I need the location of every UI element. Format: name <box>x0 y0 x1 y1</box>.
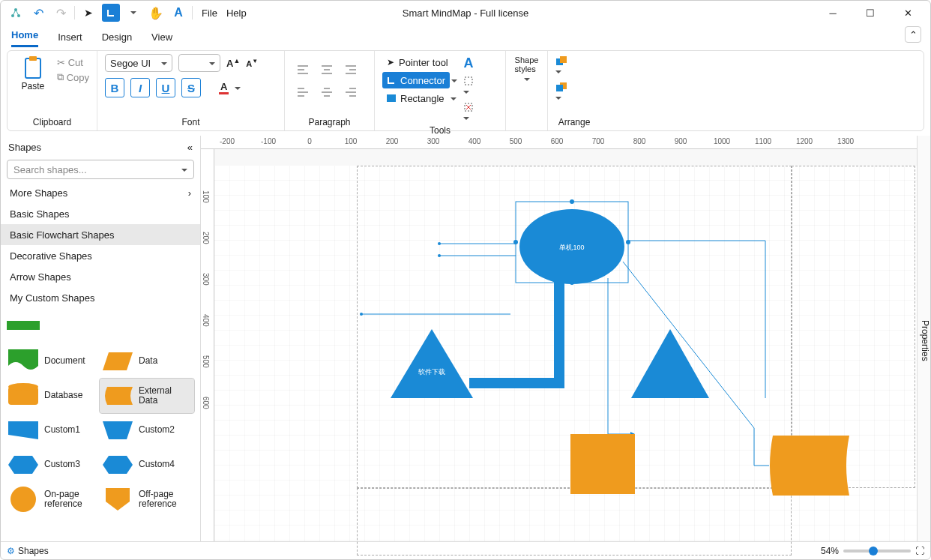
delete-tool-button[interactable] <box>463 102 474 124</box>
group-paragraph: Paragraph <box>285 51 375 130</box>
shape-item-external-data[interactable]: External Data <box>100 379 194 413</box>
close-button[interactable]: ✕ <box>891 1 924 25</box>
bring-front-button[interactable] <box>555 55 567 77</box>
node-triangle-left <box>391 329 473 398</box>
strikethrough-button[interactable]: S <box>181 78 201 97</box>
status-shapes-button[interactable]: Shapes <box>18 546 49 556</box>
pointer-qat-button[interactable]: ➤ <box>79 4 97 22</box>
group-font: Segoe UI A▲ A▼ B I U S A Font <box>97 51 285 130</box>
ruler-tick: 800 <box>633 137 646 145</box>
shape-item-custom1[interactable]: Custom1 <box>5 413 100 448</box>
gear-icon[interactable]: ⚙ <box>7 546 15 556</box>
connector-tool-dropdown[interactable] <box>451 75 457 86</box>
connector-thick <box>469 278 559 383</box>
font-shrink-button[interactable]: A▼ <box>246 58 258 68</box>
shape-item-custom4[interactable]: Custom4 <box>100 448 194 482</box>
group-paragraph-label: Paragraph <box>292 115 367 130</box>
send-back-button[interactable] <box>555 82 567 103</box>
copy-button[interactable]: ⧉ Copy <box>57 71 89 83</box>
menu-file[interactable]: File <box>202 7 217 19</box>
ruler-tick: 0 <box>307 137 312 145</box>
pan-qat-button[interactable]: ✋ <box>147 4 165 22</box>
shape-item-document[interactable]: Document <box>5 344 100 379</box>
zoom-slider[interactable] <box>843 550 911 553</box>
collapse-ribbon-button[interactable]: ⌃ <box>905 26 921 43</box>
category-basic-shapes[interactable]: Basic Shapes <box>1 203 200 224</box>
rectangle-tool-dropdown[interactable] <box>451 93 457 104</box>
shape-item-green2[interactable] <box>100 310 194 344</box>
align-top-right-button[interactable] <box>345 64 363 82</box>
align-bottom-right-button[interactable] <box>345 87 363 105</box>
align-top-left-button[interactable] <box>297 64 315 82</box>
shape-item-custom3[interactable]: Custom3 <box>5 448 100 482</box>
category-more-shapes[interactable]: More Shapes› <box>1 182 200 203</box>
category-decorative-shapes[interactable]: Decorative Shapes <box>1 245 200 266</box>
paste-button[interactable]: Paste <box>15 54 51 91</box>
font-color-dropdown[interactable] <box>235 82 241 94</box>
node-external-data-right <box>770 436 849 496</box>
crop-tool-button[interactable] <box>463 76 474 97</box>
redo-button[interactable]: ↷ <box>52 4 70 22</box>
tab-insert[interactable]: Insert <box>58 31 82 47</box>
font-size-combo[interactable] <box>178 54 220 72</box>
pointer-tool-button[interactable]: ➤Pointer tool <box>382 54 457 70</box>
node-root-label: 单机100 <box>559 244 584 251</box>
cut-button[interactable]: ✂ Cut <box>57 57 89 68</box>
svg-rect-4 <box>29 56 37 61</box>
align-bottom-left-button[interactable] <box>297 87 315 105</box>
shapes-panel: Shapes « Search shapes... More Shapes› B… <box>1 136 201 541</box>
undo-button[interactable]: ↶ <box>29 4 47 22</box>
category-flowchart-shapes[interactable]: Basic Flowchart Shapes <box>1 224 200 245</box>
diagram-svg: 单机100 <box>214 166 931 556</box>
ruler-tick: 1000 <box>714 137 730 145</box>
shape-item-database[interactable]: Database <box>5 379 100 413</box>
tab-home[interactable]: Home <box>11 29 38 47</box>
tab-view[interactable]: View <box>151 31 172 47</box>
bold-button[interactable]: B <box>105 78 124 97</box>
tab-design[interactable]: Design <box>102 31 132 47</box>
minimize-button[interactable]: ─ <box>816 1 849 25</box>
font-family-combo[interactable]: Segoe UI <box>105 54 172 72</box>
svg-rect-10 <box>556 85 563 91</box>
connector-qat-dropdown[interactable] <box>124 4 142 22</box>
maximize-button[interactable]: ☐ <box>854 1 887 25</box>
shape-item-onpage-reference[interactable]: On-page reference <box>5 482 100 517</box>
font-grow-button[interactable]: A▲ <box>226 57 240 69</box>
font-color-button[interactable]: A <box>219 81 229 94</box>
svg-rect-11 <box>7 321 40 330</box>
text-tool-button[interactable]: A <box>463 55 473 71</box>
group-clipboard-label: Clipboard <box>15 115 89 130</box>
window-title: Smart MindMap - Full license <box>403 7 528 19</box>
shape-item-offpage-reference[interactable]: Off-page reference <box>100 482 194 517</box>
category-arrow-shapes[interactable]: Arrow Shapes <box>1 266 200 287</box>
menu-help[interactable]: Help <box>226 7 247 19</box>
connector-tool-button[interactable]: Connector <box>382 72 450 88</box>
connector-qat-button[interactable] <box>102 4 120 22</box>
group-tools: ➤Pointer tool Connector Rectangle <box>375 51 506 130</box>
text-qat-button[interactable]: A <box>169 4 187 22</box>
underline-button[interactable]: U <box>156 78 175 97</box>
ruler-tick: 200 <box>386 137 399 145</box>
align-top-center-button[interactable] <box>321 64 339 82</box>
app-window: ↶ ↷ ➤ ✋ A File Help Smart MindMap - Full… <box>0 0 931 560</box>
category-custom-shapes[interactable]: My Custom Shapes <box>1 287 200 308</box>
shape-item-custom2[interactable]: Custom2 <box>100 413 194 448</box>
italic-button[interactable]: I <box>130 78 150 97</box>
rectangle-tool-button[interactable]: Rectangle <box>382 90 449 106</box>
svg-point-19 <box>438 242 441 245</box>
shape-styles-button[interactable]: Shape styles <box>513 54 540 85</box>
group-arrange: Arrange <box>548 51 600 130</box>
svg-rect-3 <box>25 58 40 78</box>
ribbon: Paste ✂ Cut ⧉ Copy Clipboard Segoe UI A▲… <box>7 50 924 131</box>
ruler-tick: 700 <box>592 137 605 145</box>
shape-item-green1[interactable] <box>5 310 100 344</box>
connector-to-rect-left <box>608 278 634 434</box>
shapes-search-input[interactable]: Search shapes... <box>7 160 194 179</box>
app-icon <box>7 4 25 22</box>
align-bottom-center-button[interactable] <box>321 87 339 105</box>
group-clipboard: Paste ✂ Cut ⧉ Copy Clipboard <box>7 51 97 130</box>
paste-label: Paste <box>21 81 44 91</box>
collapse-panel-button[interactable]: « <box>187 142 193 153</box>
shape-item-data[interactable]: Data <box>100 344 194 379</box>
canvas[interactable]: 单机100 <box>214 166 917 541</box>
